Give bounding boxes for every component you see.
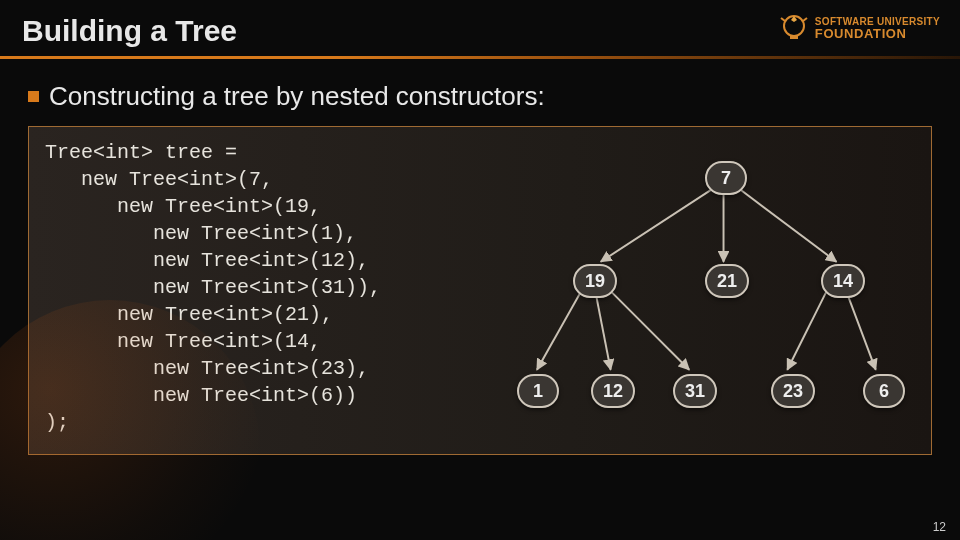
svg-line-1 <box>781 18 785 21</box>
tree-node-value: 23 <box>783 381 803 402</box>
tree-node: 21 <box>705 264 749 298</box>
code-and-diagram-panel: Tree<int> tree = new Tree<int>(7, new Tr… <box>28 126 932 455</box>
code-line: new Tree<int>(14, <box>45 330 321 353</box>
code-line: new Tree<int>(31)), <box>45 276 381 299</box>
slide-content: Constructing a tree by nested constructo… <box>0 59 960 455</box>
tree-diagram: 7 19 21 14 1 12 31 23 6 <box>483 139 915 436</box>
tree-node: 19 <box>573 264 617 298</box>
code-line: new Tree<int>(6)) <box>45 384 357 407</box>
code-line: Tree<int> tree = <box>45 141 237 164</box>
svg-line-3 <box>601 188 714 262</box>
bullet-icon <box>28 91 39 102</box>
svg-line-8 <box>611 291 690 370</box>
bullet-row: Constructing a tree by nested constructo… <box>28 81 932 112</box>
svg-line-5 <box>738 188 836 262</box>
code-line: new Tree<int>(19, <box>45 195 321 218</box>
tree-node-value: 21 <box>717 271 737 292</box>
svg-line-6 <box>537 291 581 370</box>
code-block: Tree<int> tree = new Tree<int>(7, new Tr… <box>45 139 475 436</box>
code-line: ); <box>45 411 69 434</box>
tree-node: 1 <box>517 374 559 408</box>
tree-node-value: 31 <box>685 381 705 402</box>
tree-node: 23 <box>771 374 815 408</box>
svg-line-9 <box>787 291 826 370</box>
code-line: new Tree<int>(12), <box>45 249 369 272</box>
bullet-text: Constructing a tree by nested constructo… <box>49 81 545 112</box>
page-number: 12 <box>933 520 946 534</box>
code-line: new Tree<int>(1), <box>45 222 357 245</box>
lightbulb-icon <box>779 12 809 46</box>
tree-node-value: 14 <box>833 271 853 292</box>
tree-node-root: 7 <box>705 161 747 195</box>
svg-line-10 <box>846 291 875 370</box>
tree-node-value: 12 <box>603 381 623 402</box>
tree-node: 14 <box>821 264 865 298</box>
tree-node-value: 7 <box>721 168 731 189</box>
tree-node: 6 <box>863 374 905 408</box>
svg-line-2 <box>803 18 807 21</box>
code-line: new Tree<int>(7, <box>45 168 273 191</box>
tree-node: 12 <box>591 374 635 408</box>
brand-line2: FOUNDATION <box>815 27 940 41</box>
svg-line-7 <box>596 294 611 370</box>
brand-text: SOFTWARE UNIVERSITY FOUNDATION <box>815 17 940 41</box>
tree-node-value: 19 <box>585 271 605 292</box>
tree-node-value: 1 <box>533 381 543 402</box>
brand-logo: SOFTWARE UNIVERSITY FOUNDATION <box>779 12 940 46</box>
tree-node-value: 6 <box>879 381 889 402</box>
code-line: new Tree<int>(23), <box>45 357 369 380</box>
tree-node: 31 <box>673 374 717 408</box>
code-line: new Tree<int>(21), <box>45 303 333 326</box>
